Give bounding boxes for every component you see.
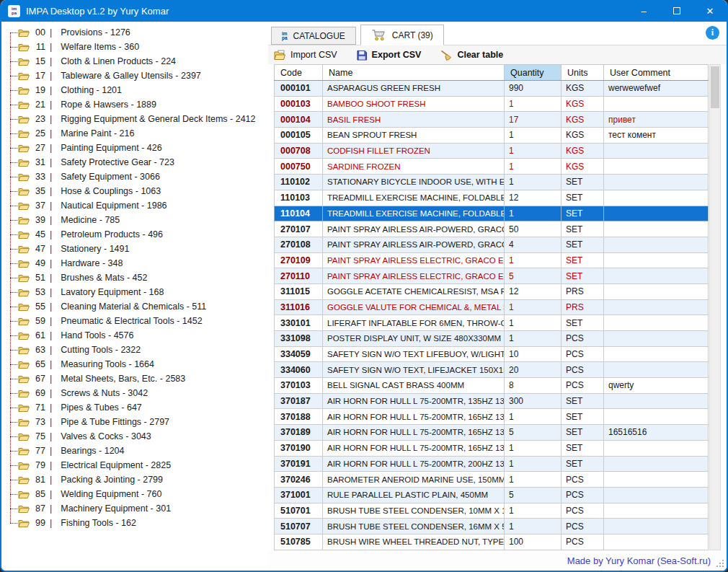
cell-quantity[interactable]: 5 (505, 487, 561, 503)
table-row[interactable]: 370246 BAROMETER ANEROID MARINE USE, 150… (275, 472, 709, 488)
table-row[interactable]: 510707 BRUSH TUBE STEEL CONDENSER, 16MM … (275, 519, 709, 534)
cell-units[interactable]: PRS (561, 283, 604, 299)
table-row[interactable]: 330101 LIFERAFT INFLATABLE FOR 6MEN, THR… (275, 315, 709, 331)
table-row[interactable]: 370187 AIR HORN FOR HULL L 75-200MTR, 13… (275, 393, 709, 409)
cell-user-comment[interactable] (604, 315, 709, 331)
import-csv-button[interactable]: Import CSV (274, 50, 337, 61)
tree-item[interactable]: 67 | Metal Sheets, Bars, Etc. - 2583 (6, 371, 268, 386)
cell-name[interactable]: GOGGLE VALUTE FOR CHEMICAL &, METAL SP..… (323, 299, 505, 315)
table-row[interactable]: 510701 BRUSH TUBE STEEL CONDENSER, 10MM … (275, 503, 709, 519)
cell-name[interactable]: GOGGLE ACETATE CHEMICALRESIST, MSA FLEX.… (323, 283, 505, 299)
tree-item[interactable]: 53 | Lavatory Equipment - 168 (6, 285, 268, 299)
cell-units[interactable]: PCS (561, 487, 604, 503)
cell-quantity[interactable]: 50 (505, 221, 561, 237)
table-row[interactable]: 000105 BEAN SPROUT FRESH 1 KGS тест коме… (275, 128, 709, 144)
cell-code[interactable]: 270108 (275, 237, 323, 252)
cell-user-comment[interactable] (604, 221, 709, 237)
cell-user-comment[interactable]: привет (604, 112, 709, 128)
cell-units[interactable]: PCS (561, 472, 604, 488)
cell-name[interactable]: AIR HORN FOR HULL L 75-200MTR, 165HZ 138… (323, 409, 505, 425)
table-row[interactable]: 510785 BRUSH WIRE WHEEL THREADED NUT, TY… (275, 534, 709, 550)
tree-item[interactable]: 73 | Pipe & Tube Fittings - 2797 (6, 415, 268, 429)
cell-quantity[interactable]: 8 (505, 378, 561, 394)
column-header-name[interactable]: Name (323, 65, 505, 81)
cell-code[interactable]: 000101 (275, 81, 323, 97)
cell-name[interactable]: BEAN SPROUT FRESH (323, 128, 505, 144)
cell-user-comment[interactable] (604, 456, 709, 472)
tree-item[interactable]: 81 | Packing & Jointing - 2799 (6, 472, 268, 487)
tree-item[interactable]: 59 | Pneumatic & Electrical Tools - 1452 (6, 314, 268, 328)
cell-code[interactable]: 370188 (275, 409, 323, 425)
cell-units[interactable]: SET (561, 206, 604, 221)
table-row[interactable]: 000103 BAMBOO SHOOT FRESH 1 KGS (275, 96, 709, 112)
cell-user-comment[interactable] (604, 299, 709, 315)
cell-code[interactable]: 331098 (275, 331, 323, 347)
cell-code[interactable]: 000750 (275, 159, 323, 175)
cell-quantity[interactable]: 20 (505, 362, 561, 378)
cell-units[interactable]: KGS (561, 112, 604, 128)
cell-user-comment[interactable] (604, 190, 709, 206)
tree-item[interactable]: 45 | Petroleum Products - 496 (6, 227, 268, 242)
cell-name[interactable]: BAROMETER ANEROID MARINE USE, 150MM ... (323, 472, 505, 488)
cell-units[interactable]: SET (561, 175, 604, 190)
tab-catalogue[interactable]: impa CATALOGUE (271, 27, 356, 45)
cell-code[interactable]: 000105 (275, 128, 323, 144)
cell-code[interactable]: 370191 (275, 456, 323, 472)
column-header-user-comment[interactable]: User Comment (604, 65, 709, 81)
cell-code[interactable]: 110103 (275, 190, 323, 206)
cell-user-comment[interactable] (604, 206, 709, 221)
cell-code[interactable]: 371001 (275, 487, 323, 503)
cell-quantity[interactable]: 4 (505, 237, 561, 252)
cell-user-comment[interactable] (604, 409, 709, 425)
cell-quantity[interactable]: 1 (505, 440, 561, 456)
cell-units[interactable]: PCS (561, 346, 604, 362)
cell-user-comment[interactable] (604, 534, 709, 550)
cell-quantity[interactable]: 100 (505, 534, 561, 550)
cell-name[interactable]: BRUSH TUBE STEEL CONDENSER, 16MM X 5/1..… (323, 519, 505, 534)
cell-name[interactable]: AIR HORN FOR HULL L 75-200MTR, 200HZ 138… (323, 456, 505, 472)
cell-name[interactable]: RULE PARALLEL PLASTIC PLAIN, 450MM (323, 487, 505, 503)
table-row[interactable]: 334059 SAFETY SIGN W/O TEXT LIFEBUOY, W/… (275, 346, 709, 362)
tree-item[interactable]: 33 | Safety Equipment - 3066 (6, 170, 268, 184)
cell-user-comment[interactable] (604, 237, 709, 252)
cell-name[interactable]: SAFETY SIGN W/O TEXT, LIFEJACKET 150X150… (323, 362, 505, 378)
cell-quantity[interactable]: 1 (505, 206, 561, 221)
cell-name[interactable]: POSTER DISPLAY UNIT, W SIZE 480X330MM (323, 331, 505, 347)
cell-code[interactable]: 510785 (275, 534, 323, 550)
cell-code[interactable]: 334060 (275, 362, 323, 378)
cell-user-comment[interactable] (604, 331, 709, 347)
cell-user-comment[interactable] (604, 159, 709, 175)
cell-user-comment[interactable] (604, 252, 709, 268)
cell-units[interactable]: KGS (561, 159, 604, 175)
cell-quantity[interactable]: 5 (505, 425, 561, 441)
table-row[interactable]: 000750 SARDINE FROZEN 1 KGS (275, 159, 709, 175)
maximize-button[interactable] (660, 0, 693, 22)
cell-name[interactable]: CODFISH FILLET FROZEN (323, 143, 505, 159)
tree-item[interactable]: 35 | Hose & Couplings - 1063 (6, 184, 268, 198)
table-row[interactable]: 270108 PAINT SPRAY AIRLESS AIR-POWERD, G… (275, 237, 709, 252)
cell-name[interactable]: BAMBOO SHOOT FRESH (323, 96, 505, 112)
cell-user-comment[interactable] (604, 96, 709, 112)
cell-name[interactable]: AIR HORN FOR HULL L 75-200MTR, 165HZ 138… (323, 425, 505, 441)
cell-name[interactable]: TREADMILL EXERCISE MACHINE, FOLDABLE A..… (323, 190, 505, 206)
cell-quantity[interactable]: 1 (505, 252, 561, 268)
cell-user-comment[interactable] (604, 362, 709, 378)
cell-units[interactable]: PCS (561, 519, 604, 534)
table-row[interactable]: 000101 ASPARAGUS GREEN FRESH 990 KGS wer… (275, 81, 709, 97)
table-row[interactable]: 370191 AIR HORN FOR HULL L 75-200MTR, 20… (275, 456, 709, 472)
cell-units[interactable]: PCS (561, 362, 604, 378)
cell-name[interactable]: AIR HORN FOR HULL L 75-200MTR, 165HZ 138… (323, 440, 505, 456)
tree-item[interactable]: 19 | Clothing - 1201 (6, 83, 268, 97)
tree-item[interactable]: 23 | Rigging Equipment & General Deck It… (6, 112, 268, 126)
cell-name[interactable]: BRUSH TUBE STEEL CONDENSER, 10MM X 1/4..… (323, 503, 505, 519)
cell-code[interactable]: 330101 (275, 315, 323, 331)
cell-units[interactable]: PCS (561, 331, 604, 347)
cell-name[interactable]: TREADMILL EXERCISE MACHINE, FOLDABLE A..… (323, 206, 505, 221)
cell-quantity[interactable]: 12 (505, 190, 561, 206)
cell-code[interactable]: 370189 (275, 425, 323, 441)
cell-name[interactable]: AIR HORN FOR HULL L 75-200MTR, 135HZ 138… (323, 393, 505, 409)
column-header-quantity[interactable]: Quantity (505, 65, 561, 81)
cell-name[interactable]: PAINT SPRAY AIRLESS ELECTRIC, GRACO E-EX… (323, 252, 505, 268)
cell-user-comment[interactable] (604, 175, 709, 190)
cell-user-comment[interactable] (604, 268, 709, 284)
